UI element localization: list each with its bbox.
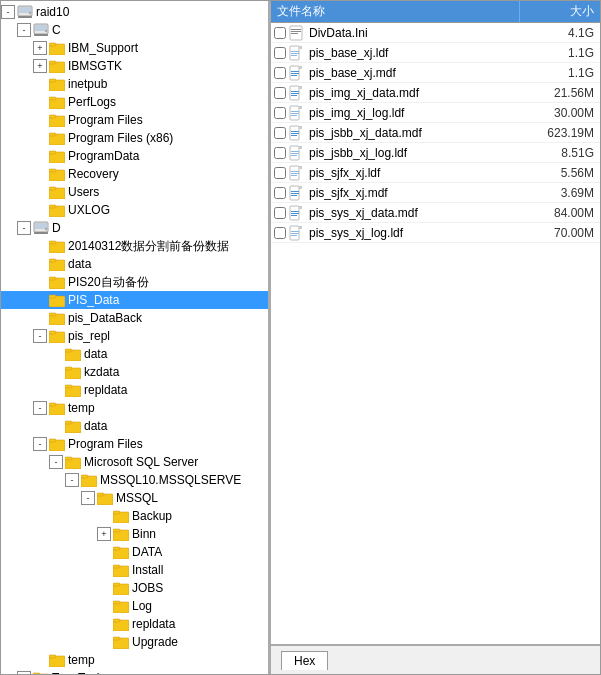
file-name: pis_jsbb_xj_data.mdf (309, 126, 525, 140)
tree-item-inetpub[interactable]: inetpub (1, 75, 268, 93)
tree-expand-btn[interactable]: - (1, 5, 15, 19)
file-row[interactable]: pis_img_xj_data.mdf21.56M (271, 83, 600, 103)
file-checkbox[interactable] (274, 47, 286, 59)
tree-expand-btn[interactable]: - (81, 491, 95, 505)
tree-item-data2[interactable]: data (1, 345, 268, 363)
file-row[interactable]: pis_img_xj_log.ldf30.00M (271, 103, 600, 123)
tree-expand-btn[interactable]: - (33, 401, 47, 415)
tree-item-pis_repl[interactable]: - pis_repl (1, 327, 268, 345)
tree-item-temp[interactable]: - temp (1, 399, 268, 417)
file-checkbox[interactable] (274, 87, 286, 99)
tree-item-PIS20[interactable]: PIS20自动备份 (1, 273, 268, 291)
tree-item-IBM_Support[interactable]: + IBM_Support (1, 39, 268, 57)
tree-item-Upgrade[interactable]: Upgrade (1, 633, 268, 651)
file-row[interactable]: pis_sys_xj_log.ldf70.00M (271, 223, 600, 243)
tree-expand-btn[interactable]: - (33, 329, 47, 343)
tree-item-data[interactable]: data (1, 255, 268, 273)
tree-item-PIS_Data[interactable]: PIS_Data (1, 291, 268, 309)
file-row[interactable]: pis_base_xj.mdf1.1G (271, 63, 600, 83)
tree-item-DATA[interactable]: DATA (1, 543, 268, 561)
svg-rect-128 (291, 153, 299, 154)
svg-rect-92 (291, 31, 301, 32)
tree-item-PerfLogs[interactable]: PerfLogs (1, 93, 268, 111)
tree-item-D[interactable]: - D (1, 219, 268, 237)
tree-item-label: Program Files (68, 437, 143, 451)
tree-item-TongTech[interactable]: - TongTech (1, 669, 268, 674)
svg-rect-105 (291, 75, 297, 76)
file-checkbox[interactable] (274, 227, 286, 239)
tree-item-temp2[interactable]: temp (1, 651, 268, 669)
bottom-bar: Hex (271, 644, 600, 674)
tree-item-Log[interactable]: Log (1, 597, 268, 615)
tree-item-IBMSGTK[interactable]: + IBMSGTK (1, 57, 268, 75)
svg-rect-116 (291, 113, 299, 114)
file-checkbox[interactable] (274, 147, 286, 159)
file-list-body[interactable]: DivData.Ini4.1G pis_base_xj.ldf1.1G pis_… (271, 23, 600, 644)
file-checkbox[interactable] (274, 27, 286, 39)
file-name: pis_base_xj.ldf (309, 46, 525, 60)
tree-expand-btn[interactable]: + (33, 59, 47, 73)
file-checkbox[interactable] (274, 187, 286, 199)
tree-item-kzdata[interactable]: kzdata (1, 363, 268, 381)
svg-rect-63 (113, 511, 120, 514)
file-row[interactable]: pis_jsbb_xj_data.mdf623.19M (271, 123, 600, 143)
tree-expand-btn[interactable]: - (33, 437, 47, 451)
file-row[interactable]: pis_sjfx_xj.ldf5.56M (271, 163, 600, 183)
tree-item-Program Files D[interactable]: - Program Files (1, 435, 268, 453)
tree-item-Program Files x86[interactable]: Program Files (x86) (1, 129, 268, 147)
tree-expand-btn[interactable]: - (17, 671, 31, 674)
hex-tab[interactable]: Hex (281, 651, 328, 670)
file-checkbox[interactable] (274, 207, 286, 219)
tree-item-Backup[interactable]: Backup (1, 507, 268, 525)
svg-rect-73 (113, 601, 120, 604)
svg-rect-43 (49, 331, 56, 334)
tree-item-Install[interactable]: Install (1, 561, 268, 579)
file-row[interactable]: DivData.Ini4.1G (271, 23, 600, 43)
tree-expand-btn[interactable]: - (49, 455, 63, 469)
svg-rect-110 (291, 93, 299, 94)
tree-item-label: JOBS (132, 581, 163, 595)
tree-item-UXLOG[interactable]: UXLOG (1, 201, 268, 219)
tree-item-Program Files[interactable]: Program Files (1, 111, 268, 129)
tree-item-label: Install (132, 563, 163, 577)
svg-rect-109 (291, 91, 299, 92)
tree-item-MSSQL[interactable]: - MSSQL (1, 489, 268, 507)
file-size: 4.1G (525, 26, 600, 40)
file-checkbox[interactable] (274, 67, 286, 79)
tree-expand-btn[interactable]: - (17, 221, 31, 235)
file-row[interactable]: pis_jsbb_xj_log.ldf8.51G (271, 143, 600, 163)
tree-item-Users[interactable]: Users (1, 183, 268, 201)
svg-rect-145 (291, 211, 299, 212)
tree-expand-btn[interactable]: - (65, 473, 79, 487)
tree-item-20140312[interactable]: 20140312数据分割前备份数据 (1, 237, 268, 255)
col-name-header: 文件名称 (271, 1, 520, 22)
svg-rect-121 (291, 131, 299, 132)
file-checkbox[interactable] (274, 127, 286, 139)
tree-item-Binn[interactable]: + Binn (1, 525, 268, 543)
tree-item-Recovery[interactable]: Recovery (1, 165, 268, 183)
file-checkbox[interactable] (274, 167, 286, 179)
tree-item-Microsoft SQL Server[interactable]: - Microsoft SQL Server (1, 453, 268, 471)
tree-item-repldata2[interactable]: repldata (1, 615, 268, 633)
tree-item-pis_DataBack[interactable]: pis_DataBack (1, 309, 268, 327)
file-checkbox-cell (271, 67, 289, 79)
tree-item-data3[interactable]: data (1, 417, 268, 435)
file-row[interactable]: pis_sys_xj_data.mdf84.00M (271, 203, 600, 223)
file-checkbox[interactable] (274, 107, 286, 119)
tree-item-label: PIS_Data (68, 293, 119, 307)
tree-item-MSSQL10[interactable]: - MSSQL10.MSSQLSERVE (1, 471, 268, 489)
svg-rect-99 (291, 55, 297, 56)
tree-expand-btn[interactable]: + (33, 41, 47, 55)
tree-expand-btn[interactable]: + (97, 527, 111, 541)
file-row[interactable]: pis_base_xj.ldf1.1G (271, 43, 600, 63)
tree-panel[interactable]: - raid10- C+ IBM_Support+ IBMSGTK inetpu… (1, 1, 271, 674)
tree-expand-btn[interactable]: - (17, 23, 31, 37)
tree-item-C[interactable]: - C (1, 21, 268, 39)
tree-item-repldata[interactable]: repldata (1, 381, 268, 399)
svg-rect-98 (291, 53, 299, 54)
folder-icon (49, 311, 65, 325)
tree-item-JOBS[interactable]: JOBS (1, 579, 268, 597)
tree-item-ProgramData[interactable]: ProgramData (1, 147, 268, 165)
tree-item-raid10[interactable]: - raid10 (1, 3, 268, 21)
file-row[interactable]: pis_sjfx_xj.mdf3.69M (271, 183, 600, 203)
